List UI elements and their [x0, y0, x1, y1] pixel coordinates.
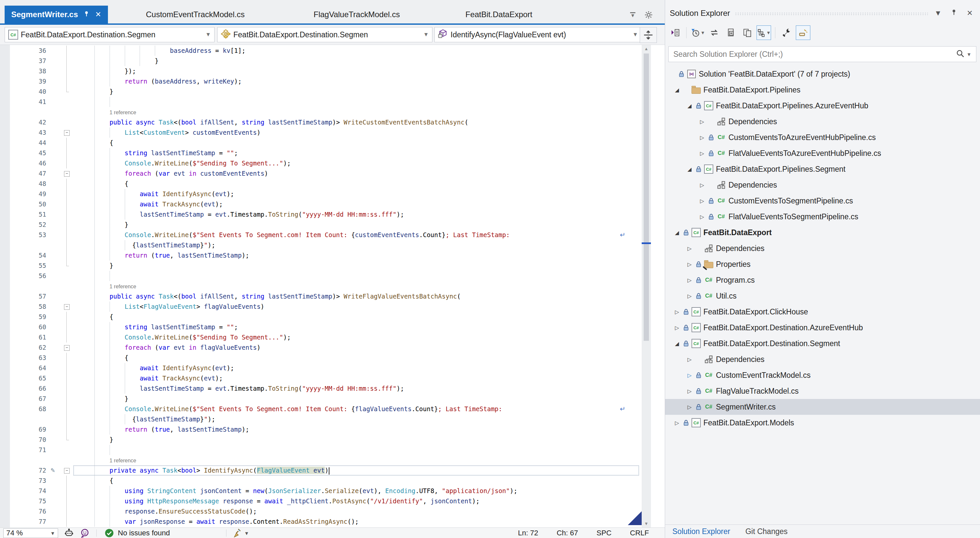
wrapped-code-line[interactable]: {lastSentTimeStamp}"); [0, 240, 665, 250]
search-icon[interactable] [956, 49, 964, 59]
code-line[interactable]: 38}); [0, 66, 665, 76]
code-text[interactable]: } [75, 260, 665, 271]
chevron-collapsed-icon[interactable]: ▷ [697, 134, 707, 141]
code-text[interactable]: return (true, lastSentTimeStamp); [75, 425, 665, 435]
code-text[interactable]: using StringContent jsonContent = new(Js… [75, 486, 665, 496]
code-text[interactable]: } [75, 86, 665, 97]
code-line[interactable]: 47−foreach (var evt in customEventEvents… [0, 168, 665, 179]
code-line[interactable]: 67} [0, 394, 665, 404]
code-text[interactable]: Console.WriteLine($"Sent Events To Segme… [75, 230, 665, 240]
code-line[interactable]: 54return (true, lastSentTimeStamp); [0, 250, 665, 260]
code-text[interactable]: Console.WriteLine($"Sending To Segment..… [75, 332, 665, 342]
codelens-row[interactable]: 1 reference [0, 107, 665, 117]
code-text[interactable] [75, 445, 665, 455]
scroll-down-arrow-icon[interactable]: ▼ [642, 521, 651, 526]
line-number[interactable]: 40 [0, 86, 46, 97]
tree-item-featbit-dataexport[interactable]: ◢C#FeatBit.DataExport [665, 225, 980, 240]
chevron-collapsed-icon[interactable]: ▷ [697, 214, 707, 220]
chevron-collapsed-icon[interactable]: ▷ [697, 150, 707, 156]
tree-item-dependencies[interactable]: ▷Dependencies [665, 113, 980, 129]
line-number[interactable] [0, 455, 46, 465]
code-line[interactable]: 52} [0, 220, 665, 230]
switch-views-icon[interactable] [668, 26, 682, 40]
code-line[interactable]: 55} [0, 260, 665, 271]
line-number[interactable]: 61 [0, 332, 46, 342]
issues-status[interactable]: No issues found [105, 528, 170, 538]
code-text[interactable]: List<FlagValueEvent> flagValueEvents) [75, 302, 665, 312]
line-number[interactable]: 70 [0, 435, 46, 445]
code-text[interactable]: } [75, 220, 665, 230]
close-icon[interactable]: ✕ [964, 9, 975, 18]
code-text[interactable]: 1 reference [75, 107, 665, 117]
code-text[interactable]: string lastSentTimeStamp = ""; [75, 322, 665, 332]
code-text[interactable]: await IdentifyAsync(evt); [75, 189, 665, 199]
code-line[interactable]: 68Console.WriteLine($"Sent Events To Seg… [0, 404, 665, 414]
line-number[interactable]: 38 [0, 66, 46, 76]
code-text[interactable]: return (baseAddress, writeKey); [75, 76, 665, 86]
line-number[interactable]: 42 [0, 117, 46, 128]
tree-item-customeventstoazureeventhubpipeline-cs[interactable]: ▷C#CustomEventsToAzureEventHubPipeline.c… [665, 129, 980, 145]
window-menu-icon[interactable]: ▼ [932, 9, 944, 18]
bottom-tab-solution-explorer[interactable]: Solution Explorer [672, 527, 730, 536]
line-number[interactable]: 44 [0, 138, 46, 148]
tree-item-dependencies[interactable]: ▷Dependencies [665, 240, 980, 256]
line-number[interactable] [0, 107, 46, 117]
chevron-collapsed-icon[interactable]: ▷ [685, 372, 694, 378]
pin-icon[interactable] [83, 10, 90, 19]
code-text[interactable]: {lastSentTimeStamp}"); [75, 414, 665, 425]
show-all-files-icon[interactable] [740, 26, 754, 40]
code-text[interactable]: foreach (var evt in customEventEvents) [75, 168, 665, 179]
chevron-collapsed-icon[interactable]: ▷ [697, 198, 707, 204]
tree-item-featbit-dataexport-destination-segment[interactable]: ◢C#FeatBit.DataExport.Destination.Segmen… [665, 335, 980, 351]
code-line[interactable]: 59{ [0, 312, 665, 322]
code-text[interactable]: return (true, lastSentTimeStamp); [75, 250, 665, 260]
line-number[interactable]: 39 [0, 76, 46, 86]
line-number[interactable]: 56 [0, 271, 46, 281]
properties-wrench-icon[interactable] [779, 26, 794, 40]
codelens-references[interactable]: 1 reference [110, 458, 136, 463]
codelens-row[interactable]: 1 reference [0, 281, 665, 291]
code-text[interactable]: }); [75, 66, 665, 76]
code-line[interactable]: 65await TrackAsync(evt); [0, 373, 665, 383]
code-line[interactable]: 70} [0, 435, 665, 445]
code-line[interactable]: 77var jsonResponse = await response.Cont… [0, 517, 665, 527]
line-number[interactable]: 49 [0, 189, 46, 199]
code-text[interactable]: { [75, 353, 665, 363]
line-number[interactable]: 59 [0, 312, 46, 322]
tree-item-featbit-dataexport-models[interactable]: ▷C#FeatBit.DataExport.Models [665, 415, 980, 431]
tree-item-segmentwriter-cs[interactable]: ▷C#SegmentWriter.cs [665, 399, 980, 415]
tree-item-solution-featbit-dataexport-7-of-7-projects[interactable]: ⋈Solution 'FeatBit.DataExport' (7 of 7 p… [665, 66, 980, 82]
code-line[interactable]: 75using HttpResponseMessage response = a… [0, 496, 665, 506]
outlining-margin[interactable]: − [59, 465, 75, 476]
line-indicator[interactable]: Ln: 72 [518, 529, 538, 537]
drag-grip[interactable] [735, 12, 928, 16]
chevron-collapsed-icon[interactable]: ▷ [685, 356, 694, 362]
code-line[interactable]: 73{ [0, 476, 665, 486]
tab-segmentwriter[interactable]: SegmentWriter.cs ✕ [5, 6, 108, 24]
chevron-collapsed-icon[interactable]: ▷ [685, 293, 694, 299]
code-text[interactable]: { [75, 312, 665, 322]
line-number[interactable]: 75 [0, 496, 46, 506]
code-text[interactable]: } [75, 394, 665, 404]
code-text[interactable]: Console.WriteLine($"Sent Events To Segme… [75, 404, 665, 414]
tree-item-program-cs[interactable]: ▷C#Program.cs [665, 272, 980, 288]
code-line[interactable]: 57public async Task<(bool ifAllSent, str… [0, 291, 665, 302]
chevron-expanded-icon[interactable]: ◢ [685, 103, 694, 109]
line-number[interactable]: 55 [0, 260, 46, 271]
line-number[interactable]: 53 [0, 230, 46, 240]
chevron-expanded-icon[interactable]: ◢ [672, 87, 682, 93]
line-number[interactable]: 58 [0, 302, 46, 312]
code-text[interactable]: private async Task<bool> IdentifyAsync(F… [75, 465, 665, 476]
panel-title-bar[interactable]: Solution Explorer ▼ ✕ [665, 5, 980, 22]
tree-item-featbit-dataexport-clickhouse[interactable]: ▷C#FeatBit.DataExport.ClickHouse [665, 304, 980, 320]
code-text[interactable]: lastSentTimeStamp = evt.Timestamp.ToStri… [75, 209, 665, 220]
chevron-collapsed-icon[interactable]: ▷ [672, 325, 682, 331]
tree-item-featbit-dataexport-pipelines[interactable]: ◢FeatBit.DataExport.Pipelines [665, 82, 980, 98]
codelens-references[interactable]: 1 reference [110, 110, 136, 115]
code-line[interactable]: 72✎−private async Task<bool> IdentifyAsy… [0, 465, 665, 476]
project-dropdown[interactable]: C# FeatBit.DataExport.Destination.Segmen… [5, 27, 215, 42]
code-line[interactable]: 49await IdentifyAsync(evt); [0, 189, 665, 199]
code-text[interactable]: await TrackAsync(evt); [75, 199, 665, 209]
code-editor[interactable]: 36baseAddress = kv[1];37}38});39return (… [0, 45, 665, 527]
tree-item-dependencies[interactable]: ▷Dependencies [665, 351, 980, 367]
